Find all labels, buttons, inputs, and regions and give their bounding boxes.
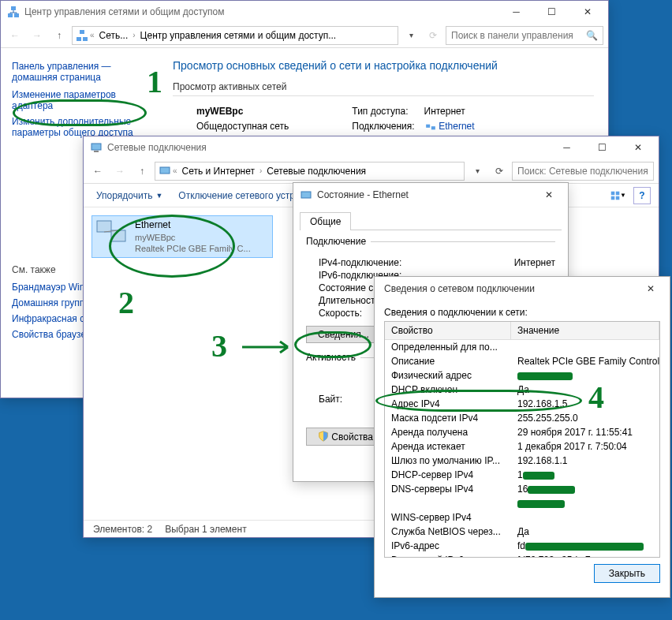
ipv4-label: IPv4-подключение: bbox=[319, 257, 401, 268]
sidebar-link-home[interactable]: Панель управления — домашняя страница bbox=[12, 61, 147, 83]
prop-name: Служба NetBIOS через... bbox=[385, 525, 511, 538]
back-button[interactable]: ← bbox=[6, 26, 24, 45]
group-activity: Активность bbox=[306, 352, 360, 363]
history-button[interactable]: ▾ bbox=[468, 162, 487, 181]
close-button[interactable]: ✕ bbox=[620, 136, 655, 159]
access-label: Тип доступа: bbox=[352, 106, 408, 117]
history-button[interactable]: ▾ bbox=[401, 26, 420, 45]
grid-row[interactable]: Маска подсети IPv4255.255.255.0 bbox=[385, 411, 659, 425]
sidebar-link-adapter-settings[interactable]: Изменение параметров адаптера bbox=[12, 89, 147, 111]
grid-row[interactable]: Служба NetBIOS через...Да bbox=[385, 525, 659, 539]
prop-name bbox=[385, 497, 511, 510]
adapter-name: Ethernet bbox=[135, 219, 251, 232]
header-property[interactable]: Свойство bbox=[385, 322, 511, 339]
breadcrumb[interactable]: « Сеть и Интернет › Сетевые подключения bbox=[155, 162, 465, 181]
forward-button[interactable]: → bbox=[110, 162, 129, 181]
search-box[interactable] bbox=[512, 162, 654, 181]
prop-value: 29 ноября 2017 г. 11:55:41 bbox=[511, 426, 659, 439]
refresh-button[interactable]: ⟳ bbox=[424, 26, 442, 45]
prop-name: Определенный для по... bbox=[385, 341, 511, 353]
close-details-button[interactable]: Закрыть bbox=[594, 564, 660, 583]
close-button[interactable]: ✕ bbox=[569, 1, 605, 23]
prop-name: Аренда истекает bbox=[385, 440, 511, 453]
titlebar: Сетевые подключения ─ ☐ ✕ bbox=[84, 136, 659, 159]
crumb-connections[interactable]: Сетевые подключения bbox=[263, 164, 369, 178]
address-bar: ← → ↑ « Сеть... › Центр управления сетям… bbox=[1, 23, 608, 48]
selection-status: Выбран 1 элемент bbox=[165, 524, 246, 535]
close-button[interactable]: ✕ bbox=[533, 184, 565, 206]
crumb-center[interactable]: Центр управления сетями и общим доступ..… bbox=[137, 28, 340, 43]
grid-row[interactable]: Адрес IPv4192.168.1.5 bbox=[385, 397, 659, 411]
minimize-button[interactable]: ─ bbox=[549, 136, 584, 159]
sidebar-link-sharing[interactable]: Изменить дополнительные параметры общего… bbox=[12, 116, 147, 138]
prop-name: WINS-сервер IPv4 bbox=[385, 511, 511, 524]
svg-rect-7 bbox=[431, 126, 435, 129]
search-box[interactable]: 🔍 bbox=[446, 26, 603, 45]
network-type: Общедоступная сеть bbox=[196, 121, 289, 132]
help-button[interactable]: ? bbox=[633, 187, 651, 204]
grid-row[interactable]: Определенный для по... bbox=[385, 340, 659, 354]
svg-rect-9 bbox=[94, 151, 99, 152]
connection-details-dialog: Сведения о сетевом подключении ✕ Сведени… bbox=[374, 276, 670, 598]
svg-rect-1 bbox=[14, 13, 19, 17]
prop-name: Маска подсети IPv4 bbox=[385, 412, 511, 424]
up-button[interactable]: ↑ bbox=[133, 162, 151, 181]
grid-row[interactable]: ОписаниеRealtek PCIe GBE Family Controll… bbox=[385, 354, 659, 368]
search-input[interactable] bbox=[517, 166, 648, 177]
svg-rect-11 bbox=[611, 191, 615, 195]
grid-row[interactable] bbox=[385, 496, 659, 510]
svg-rect-0 bbox=[8, 13, 13, 17]
close-button[interactable]: ✕ bbox=[635, 278, 666, 300]
prop-value: 255.255.255.0 bbox=[511, 412, 659, 424]
forward-button[interactable]: → bbox=[28, 26, 47, 45]
details-grid[interactable]: Свойство Значение Определенный для по...… bbox=[384, 321, 660, 558]
titlebar: Состояние - Ethernet ✕ bbox=[293, 183, 568, 207]
grid-row[interactable]: Физический адрес bbox=[385, 368, 659, 383]
details-button[interactable]: Сведения... bbox=[306, 326, 381, 343]
svg-rect-16 bbox=[111, 230, 125, 241]
svg-rect-3 bbox=[77, 37, 81, 41]
minimize-button[interactable]: ─ bbox=[498, 1, 534, 23]
maximize-button[interactable]: ☐ bbox=[534, 1, 569, 23]
grid-row[interactable]: DNS-серверы IPv416 bbox=[385, 482, 659, 496]
ethernet-icon bbox=[300, 189, 312, 201]
tab-general[interactable]: Общие bbox=[300, 212, 351, 230]
header-value[interactable]: Значение bbox=[511, 322, 659, 339]
titlebar: Сведения о сетевом подключении ✕ bbox=[375, 277, 670, 301]
grid-row[interactable]: DHCP-сервер IPv41 bbox=[385, 468, 659, 482]
prop-value bbox=[511, 497, 659, 510]
grid-row[interactable]: Аренда истекает1 декабря 2017 г. 7:50:04 bbox=[385, 439, 659, 454]
prop-name: Физический адрес bbox=[385, 369, 511, 382]
up-button[interactable]: ↑ bbox=[50, 26, 69, 45]
search-icon: 🔍 bbox=[586, 30, 598, 41]
prop-name: Шлюз по умолчанию IP... bbox=[385, 454, 511, 467]
grid-row[interactable]: WINS-сервер IPv4 bbox=[385, 510, 659, 525]
svg-rect-6 bbox=[426, 125, 430, 128]
refresh-button[interactable]: ⟳ bbox=[490, 162, 509, 181]
grid-row[interactable]: Шлюз по умолчанию IP...192.168.1.1 bbox=[385, 454, 659, 468]
prop-value bbox=[511, 369, 659, 382]
maximize-button[interactable]: ☐ bbox=[584, 136, 620, 159]
prop-name: DHCP-сервер IPv4 bbox=[385, 469, 511, 481]
svg-rect-12 bbox=[616, 191, 620, 195]
crumb-network[interactable]: Сеть... bbox=[96, 28, 132, 43]
back-button[interactable]: ← bbox=[88, 162, 107, 181]
titlebar: Центр управления сетями и общим доступом… bbox=[1, 1, 608, 23]
ethernet-adapter[interactable]: Ethernet myWEBpc Realtek PCIe GBE Family… bbox=[91, 215, 273, 258]
breadcrumb[interactable]: « Сеть... › Центр управления сетями и об… bbox=[72, 26, 398, 45]
view-icons-button[interactable]: ▼ bbox=[610, 187, 627, 204]
organize-menu[interactable]: Упорядочить ▼ bbox=[91, 189, 167, 203]
crumb-network-internet[interactable]: Сеть и Интернет bbox=[179, 164, 258, 178]
grid-header: Свойство Значение bbox=[385, 322, 659, 340]
dialog-title: Сведения о сетевом подключении bbox=[378, 283, 635, 294]
prop-value bbox=[511, 341, 659, 353]
connection-link[interactable]: Ethernet bbox=[439, 121, 474, 132]
svg-rect-13 bbox=[611, 196, 615, 200]
svg-rect-15 bbox=[97, 221, 111, 232]
prop-value: Да bbox=[511, 525, 659, 538]
grid-row[interactable]: IPv6-адресfd bbox=[385, 539, 659, 553]
search-input[interactable] bbox=[451, 30, 586, 41]
grid-row[interactable]: DHCP включенДа bbox=[385, 383, 659, 397]
prop-value: 192.168.1.1 bbox=[511, 454, 659, 467]
grid-row[interactable]: Аренда получена29 ноября 2017 г. 11:55:4… bbox=[385, 425, 659, 439]
